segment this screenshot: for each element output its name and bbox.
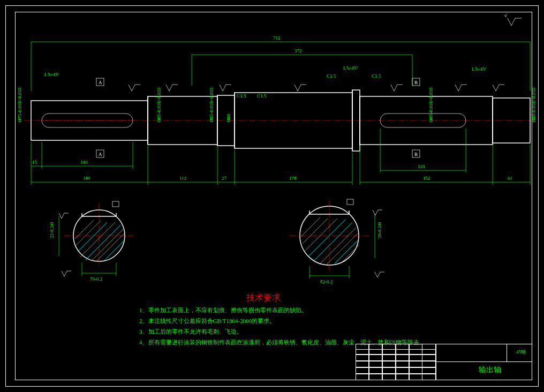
c15-2: C1.5: [257, 93, 267, 99]
svg-text:372: 372: [294, 48, 302, 54]
svg-text:120: 120: [418, 164, 425, 169]
chamfer-right: 1.5×45°: [471, 66, 487, 72]
dia-d4: Ø88: [226, 114, 231, 122]
svg-text:178: 178: [289, 176, 297, 181]
svg-text:140: 140: [80, 160, 88, 165]
svg-text:112: 112: [179, 176, 186, 181]
section-a: 70-0.2 22-0.2/0: [49, 201, 134, 282]
svg-text:180: 180: [83, 176, 90, 181]
dia-d3: Ø85-0.010/-0.035: [209, 87, 214, 122]
dia-d1: Ø75-0.010/-0.035: [17, 87, 22, 122]
svg-line-70: [80, 222, 115, 257]
c15-4: C1.5: [372, 73, 381, 79]
svg-text:20-0.2/0: 20-0.2/0: [377, 222, 382, 238]
tech-req-title: 技术要求: [246, 292, 281, 304]
svg-text:22-0.2/0: 22-0.2/0: [49, 222, 55, 238]
tech-req-2: 2、未注线性尺寸公差应符合GB/T1804-2000的要求。: [139, 317, 275, 325]
svg-text:B: B: [414, 80, 418, 85]
surface-marks-top: [129, 85, 504, 91]
part-name: 输出轴: [479, 365, 501, 375]
datum-b: B B: [412, 78, 420, 157]
svg-text:A: A: [99, 80, 102, 85]
svg-text:A: A: [99, 152, 102, 157]
svg-text:√: √: [504, 13, 507, 18]
svg-line-75: [75, 220, 94, 239]
datum-a: A A: [96, 78, 104, 157]
c15-1: C1.5: [237, 93, 246, 99]
corner-surface-mark: √: [504, 13, 522, 26]
bottom-dims: 180 140 15 112 27 178 152 120 61: [31, 129, 530, 185]
svg-text:61: 61: [508, 176, 512, 181]
section-b: 82-0.2 20-0.2/0: [289, 199, 384, 284]
svg-line-98: [343, 245, 359, 261]
svg-text:27: 27: [222, 176, 227, 181]
svg-line-94: [327, 233, 358, 265]
svg-text:B: B: [414, 152, 418, 157]
svg-text:82-0.2: 82-0.2: [320, 279, 333, 284]
material-label: 45钢: [516, 349, 526, 356]
svg-line-93: [320, 228, 356, 263]
svg-text:70-0.2: 70-0.2: [90, 276, 102, 282]
svg-text:15: 15: [32, 160, 37, 165]
svg-line-73: [96, 233, 124, 261]
dim-overall: 712: [31, 35, 530, 91]
shaft-outline: [24, 90, 535, 151]
svg-text:152: 152: [423, 176, 430, 181]
svg-line-74: [76, 221, 101, 245]
tech-req-3: 3、加工后的零件不允许有毛刺、飞边。: [139, 328, 243, 336]
svg-rect-83: [112, 201, 119, 207]
svg-text:712: 712: [273, 35, 281, 41]
svg-line-92: [313, 222, 352, 261]
svg-rect-105: [347, 199, 353, 205]
dia-d5: Ø85-0.010/-0.035: [428, 87, 434, 122]
tech-req-1: 1、零件加工表面上，不应有划痕、擦伤等损伤零件表面的缺陷。: [139, 306, 307, 314]
chamfer-mid: 1.5×45°: [343, 65, 358, 71]
dim-mid: 372: [192, 48, 412, 86]
c15-3: C1.5: [327, 73, 336, 79]
svg-line-69: [78, 222, 107, 252]
svg-line-72: [91, 229, 123, 261]
cad-canvas: 712 372 1.5×45° 1.5×45° 1.5×45° C1.5 C1.…: [0, 0, 544, 392]
dia-d2: Ø85-0.010/-0.035: [156, 87, 162, 122]
dia-d6: Ø80-0.010/-0.035: [531, 87, 537, 122]
chamfer-left: 1.5×45°: [44, 72, 59, 77]
svg-line-90: [304, 218, 337, 252]
